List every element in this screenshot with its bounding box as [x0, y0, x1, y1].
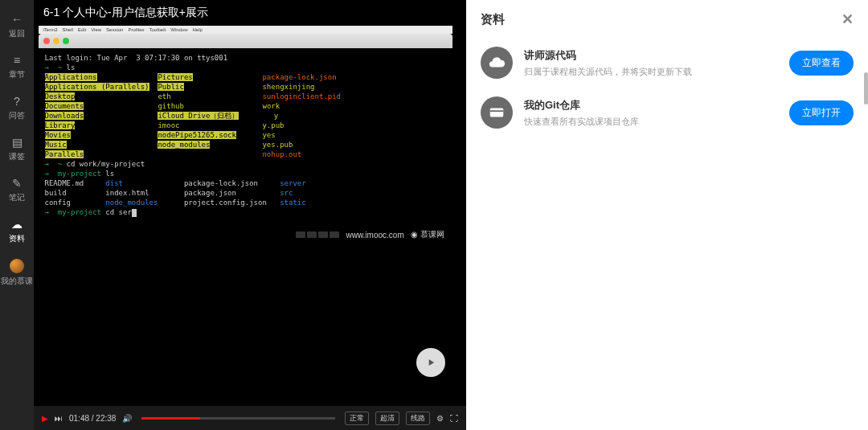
back-button[interactable]: ← 返回	[9, 11, 25, 41]
list-icon: ≡	[10, 54, 23, 67]
panel-title: 资料	[481, 12, 505, 27]
panel-close-button[interactable]: ✕	[841, 10, 854, 28]
arrow-left-icon: ←	[10, 13, 23, 26]
resources-tab[interactable]: ☁ 资料	[9, 216, 25, 246]
qa-tab[interactable]: ? 问答	[9, 93, 25, 123]
bookmark-icon: ▤	[10, 136, 23, 149]
bookmark-tab[interactable]: ▤ 课签	[9, 134, 25, 164]
play-icon	[425, 357, 436, 368]
next-button[interactable]: ⏭	[55, 414, 63, 423]
watermark-url: www.imooc.com	[346, 231, 403, 240]
scrollbar-thumb[interactable]	[864, 72, 868, 104]
settings-button[interactable]: ⚙	[436, 414, 444, 423]
quality-button[interactable]: 超清	[375, 412, 399, 425]
video-title: 6-1 个人中心-用户信息获取+展示	[34, 0, 466, 26]
resource-item: 我的Git仓库 快速查看所有实战课项目仓库 立即打开	[481, 96, 854, 129]
question-icon: ?	[10, 95, 23, 108]
resources-panel: 资料 ✕ 讲师源代码 归属于课程相关源代码，并将实时更新下载 立即查看 我的Gi…	[466, 0, 868, 430]
video-controls: ▶ ⏭ 01:48 / 22:38 🔊 正常 超清 线路 ⚙ ⛶	[34, 406, 466, 430]
watermark-brand: ◉ 慕课网	[411, 229, 444, 240]
my-courses-tab[interactable]: 我的慕课	[1, 257, 33, 289]
keyboard-icon	[296, 231, 339, 238]
play-control-button[interactable]: ▶	[42, 414, 48, 423]
resource-desc: 快速查看所有实战课项目仓库	[524, 116, 778, 128]
volume-button[interactable]: 🔊	[122, 414, 132, 423]
resource-title: 讲师源代码	[524, 48, 778, 63]
speed-button[interactable]: 正常	[345, 412, 369, 425]
cloud-download-icon: ☁	[10, 218, 23, 231]
notes-tab[interactable]: ✎ 笔记	[9, 175, 25, 205]
fullscreen-button[interactable]: ⛶	[450, 414, 458, 423]
resource-action-button[interactable]: 立即打开	[789, 100, 854, 125]
resource-item: 讲师源代码 归属于课程相关源代码，并将实时更新下载 立即查看	[481, 47, 854, 79]
terminal-screenshot: iTerm2ShellEditViewSessionProfilesToolbe…	[39, 26, 452, 244]
video-player[interactable]: iTerm2ShellEditViewSessionProfilesToolbe…	[34, 26, 466, 406]
svg-rect-0	[490, 109, 504, 117]
main-area: 6-1 个人中心-用户信息获取+展示 iTerm2ShellEditViewSe…	[34, 0, 466, 430]
time-display: 01:48 / 22:38	[69, 414, 116, 423]
play-button[interactable]	[416, 348, 445, 377]
route-button[interactable]: 线路	[406, 412, 430, 425]
chapters-tab[interactable]: ≡ 章节	[9, 52, 25, 82]
svg-rect-1	[490, 110, 504, 112]
terminal-titlebar	[39, 34, 452, 48]
left-sidebar: ← 返回 ≡ 章节 ? 问答 ▤ 课签 ✎ 笔记 ☁ 资料 我的慕课	[0, 0, 34, 430]
progress-bar[interactable]	[141, 417, 335, 420]
resource-title: 我的Git仓库	[524, 98, 778, 113]
cloud-icon	[481, 47, 513, 79]
avatar-icon	[10, 259, 24, 273]
terminal-menubar: iTerm2ShellEditViewSessionProfilesToolbe…	[39, 26, 452, 34]
panel-body: 讲师源代码 归属于课程相关源代码，并将实时更新下载 立即查看 我的Git仓库 快…	[466, 39, 868, 137]
pencil-icon: ✎	[10, 177, 23, 190]
terminal-body: Last login: Tue Apr 3 07:17:30 on ttys00…	[39, 48, 452, 225]
resource-action-button[interactable]: 立即查看	[789, 51, 854, 76]
resource-desc: 归属于课程相关源代码，并将实时更新下载	[524, 66, 778, 78]
card-icon	[481, 96, 513, 129]
panel-header: 资料 ✕	[466, 0, 868, 39]
terminal-footer: www.imooc.com ◉ 慕课网	[39, 225, 452, 244]
